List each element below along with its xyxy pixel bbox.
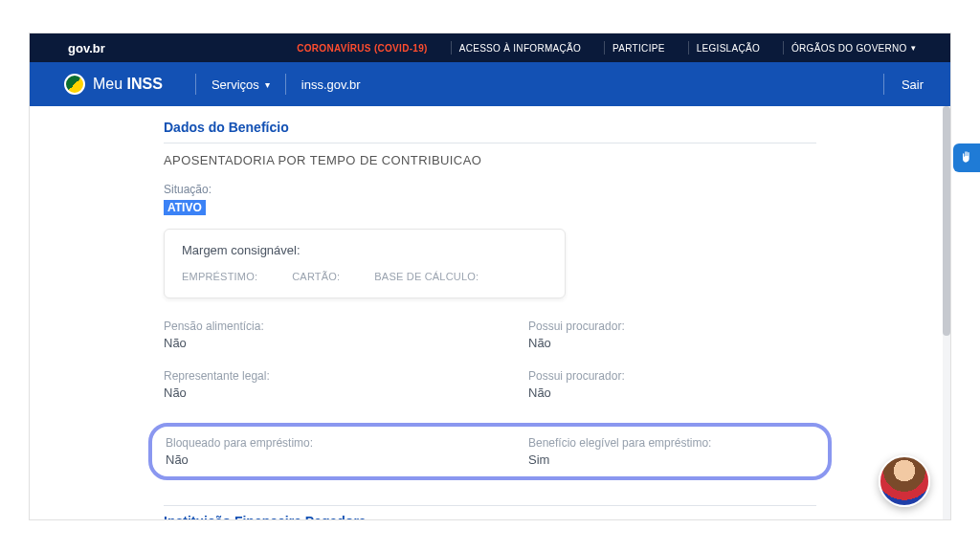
field-value: Não [164,336,452,350]
margin-card-row: EMPRÉSTIMO: CARTÃO: BASE DE CÁLCULO: [182,271,547,282]
topbar-link-orgaos-label: ÓRGÃOS DO GOVERNO [791,43,907,54]
field-label: Bloqueado para empréstimo: [166,436,452,450]
highlighted-row: Bloqueado para empréstimo: Não Benefício… [148,423,832,480]
brand-text: Meu INSS [93,76,163,93]
topbar-link-legislacao[interactable]: LEGISLAÇÃO [688,41,768,55]
situacao-label: Situação: [164,183,816,196]
margin-col-base: BASE DE CÁLCULO: [374,271,479,282]
topbar-link-participe[interactable]: PARTICIPE [604,41,673,55]
field-representante: Representante legal: Não [164,369,452,400]
field-procurador-1: Possui procurador: Não [528,320,816,350]
field-label: Pensão alimentícia: [164,320,452,333]
brand-text-plain: Meu [93,76,127,92]
topbar-link-acesso[interactable]: ACESSO À INFORMAÇÃO [451,41,589,55]
hand-icon [959,150,974,165]
gov-topbar: gov.br CORONAVÍRUS (COVID-19) ACESSO À I… [30,33,950,62]
field-value: Não [164,386,452,400]
nav-exit[interactable]: Sair [902,77,924,92]
libras-accessibility-tab[interactable] [953,143,980,172]
field-bloqueado: Bloqueado para empréstimo: Não [166,436,452,467]
field-label: Representante legal: [164,369,452,383]
situacao-value: ATIVO [164,200,206,215]
section-heading: Dados do Benefício [164,120,816,143]
nav-separator [285,74,286,95]
nav-services[interactable]: Serviços ▾ [212,77,270,92]
chevron-down-icon: ▾ [265,79,270,90]
fields-grid: Pensão alimentícia: Não Possui procurado… [164,320,816,480]
margin-col-emprestimo: EMPRÉSTIMO: [182,271,257,282]
field-elegivel: Benefício elegível para empréstimo: Sim [528,436,814,467]
field-pensao: Pensão alimentícia: Não [164,320,452,350]
govbr-logo[interactable]: gov.br [68,41,105,55]
topbar-link-covid[interactable]: CORONAVÍRUS (COVID-19) [289,41,434,55]
field-value: Não [528,386,816,400]
nav-separator [195,74,196,95]
content-area: Dados do Benefício APOSENTADORIA POR TEM… [30,106,950,520]
field-label: Possui procurador: [528,369,816,383]
section-separator: Instituição Financeira Pagadora [164,505,816,520]
margin-col-cartao: CARTÃO: [292,271,340,282]
field-procurador-2: Possui procurador: Não [528,369,816,400]
browser-viewport: gov.br CORONAVÍRUS (COVID-19) ACESSO À I… [29,33,951,520]
field-label: Benefício elegível para empréstimo: [528,436,814,450]
scrollbar-thumb[interactable] [943,106,950,336]
brand-text-bold: INSS [127,76,163,92]
margin-card: Margem consignável: EMPRÉSTIMO: CARTÃO: … [164,229,566,298]
inss-logo-icon [64,74,85,95]
field-value: Não [166,452,452,467]
chevron-down-icon: ▾ [911,43,916,53]
margin-card-head: Margem consignável: [182,243,547,257]
assistant-avatar[interactable] [879,455,930,507]
instituicao-heading: Instituição Financeira Pagadora [164,514,816,520]
brand[interactable]: Meu INSS [64,74,180,95]
field-value: Sim [528,452,814,467]
main-navbar: Meu INSS Serviços ▾ inss.gov.br Sair [30,62,950,106]
nav-services-label: Serviços [212,77,259,92]
topbar-link-orgaos[interactable]: ÓRGÃOS DO GOVERNO ▾ [783,41,924,55]
field-label: Possui procurador: [528,320,816,333]
nav-separator [883,74,884,95]
nav-url[interactable]: inss.gov.br [301,77,361,92]
field-value: Não [528,336,816,350]
benefit-title: APOSENTADORIA POR TEMPO DE CONTRIBUICAO [164,153,816,167]
